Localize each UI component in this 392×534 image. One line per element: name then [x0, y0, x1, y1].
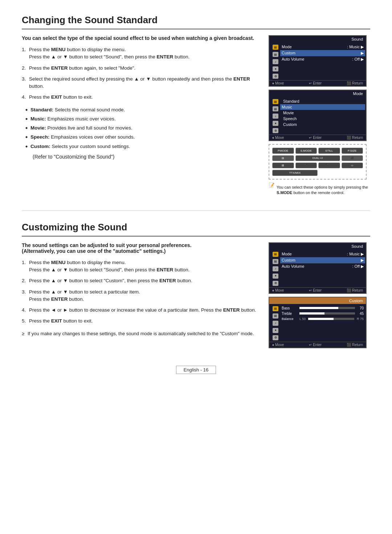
step-2-5: Press the EXIT button to exit.: [22, 317, 261, 325]
rem-dual: DUAL I-II: [295, 155, 340, 161]
tv-screen-sound2: Sound ▤ ▤ ♪ ✦ ⚙ Mode : Music ▶: [269, 242, 367, 294]
tv-footer-mode: ♦ Move ↵ Enter ⬛ Return: [269, 135, 366, 140]
tv-screen-custom: Custom ▤ ▤ ♪ ✦ ⚙ Bass: [269, 297, 367, 348]
remote-row2: ▤ DUAL I-II ⬛: [272, 155, 363, 161]
page-number: English - 16: [176, 366, 216, 374]
step-1-1: Press the MENU button to display the men…: [22, 46, 261, 61]
icon-speaker2: ♪: [273, 114, 278, 119]
icon-gear3: ⚙: [273, 281, 278, 286]
bar-bass: Bass 70: [282, 305, 364, 311]
bullet-movie: Movie: Provides live and full sound for …: [25, 124, 261, 132]
menu-custom: Custom ▶: [280, 50, 365, 56]
icon-tools3: ✦: [273, 274, 278, 279]
menu2-mode: Mode : Music ▶: [282, 251, 364, 257]
section1-bullets: Standard: Selects the normal sound mode.…: [25, 106, 261, 150]
menu-mode: Mode : Music ▶: [282, 44, 364, 50]
section2-steps: Press the MENU button to display the men…: [22, 259, 261, 325]
tv-menu-sound2: Mode : Music ▶ Custom ▶ Auto Volume : Of…: [282, 251, 364, 286]
bar-treble: Treble 45: [282, 311, 364, 316]
tv-header-sound2: Sound: [269, 243, 366, 250]
remote-area: PMODE S.MODE STILL P.SIZE ▤ DUAL I-II ⬛ …: [269, 144, 367, 180]
tv-menu-sound1: Mode : Music ▶ Custom ▶ Auto Volume : Of…: [282, 44, 364, 79]
section2-title: Customizing the Sound: [22, 222, 370, 237]
tv-menu-custom: Bass 70 Treble 45: [282, 305, 364, 340]
icon-menu3: ▤: [273, 106, 278, 111]
tv-header-custom: Custom: [269, 297, 366, 304]
rem-blank2: ⬛: [342, 155, 363, 161]
mode-speech: Speech: [282, 116, 364, 122]
section2-left: The sound settings can be adjusted to su…: [22, 242, 261, 351]
rem-blank1: ▤: [272, 155, 294, 161]
menu2-custom: Custom ▶: [280, 257, 365, 263]
tv-header-sound1: Sound: [269, 36, 366, 42]
rem-pmode: PMODE: [272, 148, 294, 154]
tv-header-mode: Mode: [269, 90, 366, 97]
section1-left: You can select the type of the special s…: [22, 35, 261, 196]
section-customizing-sound: Customizing the Sound The sound settings…: [22, 222, 370, 351]
icon-menu5: ▤: [273, 313, 278, 319]
step-2-1: Press the MENU button to display the men…: [22, 259, 261, 274]
balance-track: [308, 318, 354, 320]
section1-steps: Press the MENU button to display the men…: [22, 46, 261, 101]
section1-title: Changing the Sound Standard: [22, 15, 370, 29]
section2-intro: The sound settings can be adjusted to su…: [22, 242, 261, 254]
bar-balance: Balance L 50 R 75: [282, 316, 364, 321]
icon-speaker4: ♪: [273, 321, 278, 326]
mode-music: Music: [280, 104, 365, 110]
section-changing-sound: Changing the Sound Standard You can sele…: [22, 15, 370, 196]
footer: English - 16: [22, 366, 370, 374]
tv-icons-1: ▤ ▤ ♪ ✦ ⚙: [271, 44, 279, 79]
bass-fill: [299, 307, 338, 309]
bass-track: [299, 307, 355, 309]
tv-menu-mode: Standard Music Movie Speech Custom: [282, 98, 364, 133]
rem-psize: P.SIZE: [342, 148, 363, 154]
smode-note-area: 📝 You can select these options by simply…: [269, 182, 370, 196]
step-1-2: Press the ENTER button again, to select …: [22, 65, 261, 72]
remote-ttx-row: TTX/MIX: [272, 170, 363, 176]
icon-sound3: ▤: [273, 252, 278, 257]
icon-sound2: ▤: [273, 99, 278, 104]
section-divider: [22, 210, 370, 211]
tv-screen-sound1: Sound ▤ ▤ ♪ ✦ ⚙ Mode : Music ▶: [269, 35, 367, 87]
bullet-speech: Speech: Emphasizes voices over other sou…: [25, 134, 261, 141]
menu2-auto-volume: Auto Volume : Off ▶: [282, 263, 364, 270]
rem-ttx: TTX/MIX: [272, 170, 318, 176]
treble-fill: [299, 312, 324, 315]
mode-standard: Standard: [282, 98, 364, 104]
icon-tools4: ✦: [273, 328, 278, 333]
step-2-2: Press the ▲ or ▼ button to select "Custo…: [22, 277, 261, 284]
section1-intro: You can select the type of the special s…: [22, 35, 261, 41]
tv-screen-mode: Mode ▤ ▤ ♪ ✦ ⚙ Standard Music: [269, 90, 367, 141]
mode-movie: Movie: [282, 110, 364, 116]
tv-footer-custom: ♦ Move ↵ Enter ⬛ Return: [269, 342, 366, 348]
rem-b2: ⬛: [295, 163, 317, 168]
tv-icons-4: ▤ ▤ ♪ ✦ ⚙: [271, 305, 279, 340]
rem-b1: ▤: [272, 163, 294, 168]
remote-row1: PMODE S.MODE STILL P.SIZE: [272, 148, 363, 154]
step-1-4: Press the EXIT button to exit.: [22, 94, 261, 101]
tv-footer-sound1: ♦ Move ↵ Enter ⬛ Return: [269, 80, 366, 86]
note-icon: 📝: [269, 182, 274, 196]
coustomizing-note: (Refer to "Coustomizing the Sound"): [33, 154, 261, 160]
section2-note: If you make any changes to these setting…: [22, 330, 261, 337]
icon-tools: ✦: [273, 66, 278, 71]
section1-right: Sound ▤ ▤ ♪ ✦ ⚙ Mode : Music ▶: [269, 35, 370, 196]
icon-gear: ⚙: [273, 74, 278, 79]
menu-auto-volume: Auto Volume : Off ▶: [282, 56, 364, 62]
rem-still: STILL: [318, 148, 340, 154]
step-1-3: Select the required sound effect by pres…: [22, 75, 261, 90]
icon-menu2: ▤: [273, 52, 278, 57]
mode-custom: Custom: [282, 122, 364, 127]
icon-gear4: ⚙: [273, 335, 278, 340]
rem-smode: S.MODE: [295, 148, 317, 154]
icon-menu4: ▤: [273, 259, 278, 264]
icon-tools2: ✦: [273, 121, 278, 126]
bullet-custom: Custom: Selects your custom sound settin…: [25, 143, 261, 150]
icon-speaker: ♪: [273, 59, 278, 64]
icon-sound: ▤: [273, 45, 278, 50]
step-2-3: Press the ▲ or ▼ button to select a part…: [22, 288, 261, 303]
smode-note-text: You can select these options by simply p…: [277, 185, 370, 196]
tv-footer-sound2: ♦ Move ↵ Enter ⬛ Return: [269, 287, 366, 293]
balance-fill: [308, 318, 334, 320]
treble-track: [299, 312, 355, 315]
